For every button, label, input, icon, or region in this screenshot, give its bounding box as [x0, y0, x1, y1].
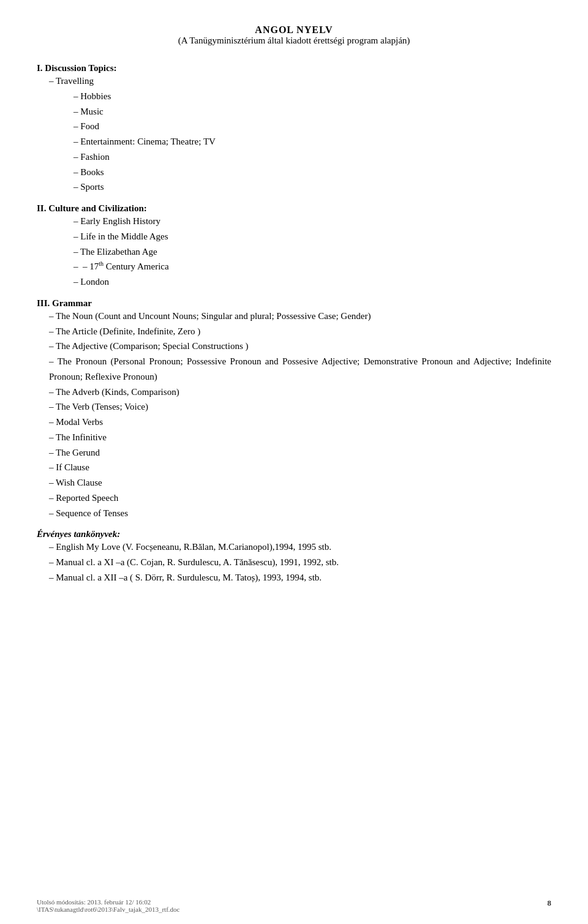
- section-textbooks: Érvényes tankönyvek: English My Love (V.…: [37, 529, 551, 585]
- grammar-item: The Noun (Count and Uncount Nouns; Singu…: [37, 309, 551, 324]
- page-number: 8: [548, 898, 552, 913]
- textbook-item: English My Love (V. Focșeneanu, R.Bălan,…: [37, 539, 551, 555]
- page-subtitle: (A Tanügyminisztérium által kiadott éret…: [37, 36, 551, 46]
- century-text: – 17th Century America: [83, 261, 169, 271]
- grammar-item: The Adjective (Comparison; Special Const…: [37, 339, 551, 354]
- list-item: Travelling: [37, 73, 551, 89]
- section-discussion-topics: I. Discussion Topics: Travelling Hobbies…: [37, 63, 551, 195]
- page-title: ANGOL NYELV: [37, 24, 551, 36]
- grammar-item: Modal Verbs: [37, 415, 551, 430]
- list-item: Books: [37, 165, 551, 180]
- page-footer: Utolsó módosítás: 2013. február 12/ 16:0…: [0, 898, 588, 913]
- list-item: Life in the Middle Ages: [37, 229, 551, 244]
- grammar-item: If Clause: [37, 460, 551, 475]
- list-item: Hobbies: [37, 89, 551, 104]
- section-culture: II. Culture and Civilization: Early Engl…: [37, 203, 551, 290]
- section3-heading: III. Grammar: [37, 298, 92, 308]
- grammar-item: The Gerund: [37, 445, 551, 460]
- footer-date: Utolsó módosítás: 2013. február 12/ 16:0…: [37, 898, 179, 906]
- grammar-item: The Infinitive: [37, 430, 551, 445]
- list-item: Entertainment: Cinema; Theatre; TV: [37, 134, 551, 149]
- page-header: ANGOL NYELV (A Tanügyminisztérium által …: [37, 24, 551, 46]
- list-item: Music: [37, 104, 551, 119]
- grammar-item: Wish Clause: [37, 475, 551, 490]
- list-item: London: [37, 274, 551, 290]
- section-grammar: III. Grammar The Noun (Count and Uncount…: [37, 298, 551, 521]
- grammar-item: Sequence of Tenses: [37, 506, 551, 521]
- footer-path: \ITAS\tukanagtld\rot6\2013\Falv_tajak_20…: [37, 906, 179, 913]
- grammar-item: The Adverb (Kinds, Comparison): [37, 385, 551, 400]
- grammar-item: The Pronoun (Personal Pronoun; Possessiv…: [37, 354, 551, 385]
- textbook-item: Manual cl. a XII –a ( S. Dörr, R. Surdul…: [37, 570, 551, 585]
- list-item: – 17th Century America: [37, 259, 551, 274]
- section4-heading: Érvényes tankönyvek:: [37, 529, 120, 539]
- list-item: Early English History: [37, 214, 551, 229]
- grammar-item: The Verb (Tenses; Voice): [37, 399, 551, 415]
- footer-metadata: Utolsó módosítás: 2013. február 12/ 16:0…: [37, 898, 179, 913]
- list-item: Fashion: [37, 149, 551, 165]
- section1-heading: I. Discussion Topics:: [37, 63, 116, 73]
- grammar-item: Reported Speech: [37, 490, 551, 506]
- list-item: Sports: [37, 179, 551, 195]
- textbook-item: Manual cl. a XI –a (C. Cojan, R. Surdule…: [37, 555, 551, 570]
- section2-heading: II. Culture and Civilization:: [37, 203, 147, 213]
- list-item: Food: [37, 119, 551, 134]
- page-container: ANGOL NYELV (A Tanügyminisztérium által …: [0, 0, 588, 924]
- grammar-item: The Article (Definite, Indefinite, Zero …: [37, 324, 551, 339]
- list-item: The Elizabethan Age: [37, 244, 551, 260]
